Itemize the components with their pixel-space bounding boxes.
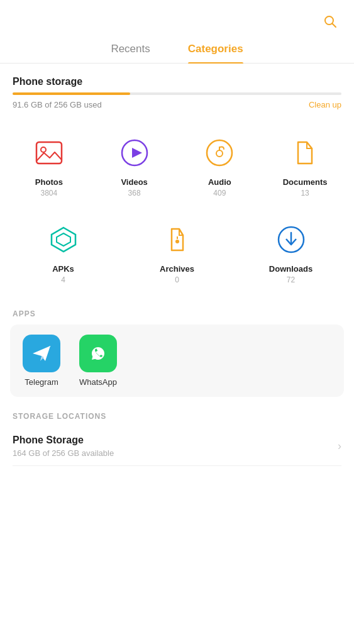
apps-section-label: APPS bbox=[0, 299, 354, 325]
storage-used-text: 91.6 GB of 256 GB used bbox=[13, 100, 102, 109]
tab-categories[interactable]: Categories bbox=[188, 43, 243, 63]
phone-storage-info: Phone Storage 164 GB of 256 GB available bbox=[13, 435, 114, 458]
storage-locations-section: STORAGE LOCATIONS Phone Storage 164 GB o… bbox=[0, 397, 354, 466]
app-whatsapp[interactable]: WhatsApp bbox=[79, 335, 117, 387]
storage-bar-fill bbox=[13, 92, 130, 95]
photos-count: 3804 bbox=[41, 189, 58, 197]
audio-icon bbox=[201, 135, 238, 171]
tab-bar: Recents Categories bbox=[0, 38, 354, 64]
documents-count: 13 bbox=[301, 189, 309, 197]
videos-label: Videos bbox=[121, 177, 147, 187]
svg-point-7 bbox=[216, 150, 223, 157]
category-archives[interactable]: Archives 0 bbox=[120, 213, 234, 293]
archives-count: 0 bbox=[175, 275, 179, 284]
storage-bar bbox=[13, 92, 341, 95]
whatsapp-label: WhatsApp bbox=[79, 377, 117, 387]
storage-info-row: 91.6 GB of 256 GB used Clean up bbox=[13, 100, 341, 109]
tab-recents[interactable]: Recents bbox=[111, 43, 150, 63]
svg-line-1 bbox=[333, 24, 336, 28]
phone-storage-item[interactable]: Phone Storage 164 GB of 256 GB available… bbox=[13, 427, 341, 466]
photos-icon bbox=[31, 135, 67, 171]
videos-count: 368 bbox=[128, 189, 141, 197]
apks-count: 4 bbox=[61, 275, 65, 284]
svg-point-6 bbox=[207, 140, 232, 165]
storage-locations-label: STORAGE LOCATIONS bbox=[13, 412, 341, 427]
search-button[interactable] bbox=[319, 10, 341, 33]
storage-title: Phone storage bbox=[13, 76, 341, 87]
downloads-icon bbox=[273, 221, 309, 258]
phone-storage-subtitle: 164 GB of 256 GB available bbox=[13, 448, 114, 458]
downloads-count: 72 bbox=[287, 275, 295, 284]
videos-icon bbox=[116, 135, 153, 171]
storage-section: Phone storage 91.6 GB of 256 GB used Cle… bbox=[0, 64, 354, 113]
documents-icon bbox=[287, 135, 323, 171]
downloads-label: Downloads bbox=[269, 264, 313, 274]
cleanup-button[interactable]: Clean up bbox=[309, 100, 341, 109]
categories-grid-row1: Photos 3804 Videos 368 Audio 409 bbox=[0, 113, 354, 213]
category-documents[interactable]: Documents 13 bbox=[262, 126, 348, 206]
apps-container: Telegram WhatsApp bbox=[10, 325, 344, 397]
svg-marker-8 bbox=[52, 228, 75, 252]
category-downloads[interactable]: Downloads 72 bbox=[234, 213, 348, 293]
category-videos[interactable]: Videos 368 bbox=[92, 126, 177, 206]
svg-point-3 bbox=[41, 147, 46, 152]
apks-label: APKs bbox=[52, 264, 74, 274]
telegram-icon bbox=[23, 335, 60, 372]
header bbox=[0, 0, 354, 38]
audio-count: 409 bbox=[213, 189, 226, 197]
photos-label: Photos bbox=[35, 177, 63, 187]
apks-icon bbox=[45, 221, 82, 258]
audio-label: Audio bbox=[208, 177, 231, 187]
documents-label: Documents bbox=[283, 177, 328, 187]
archives-icon bbox=[159, 221, 196, 258]
categories-grid-row2: APKs 4 Archives 0 Downloads 72 bbox=[0, 213, 354, 299]
chevron-right-icon: › bbox=[338, 440, 341, 453]
telegram-label: Telegram bbox=[25, 377, 58, 387]
category-audio[interactable]: Audio 409 bbox=[177, 126, 263, 206]
category-photos[interactable]: Photos 3804 bbox=[6, 126, 92, 206]
svg-point-10 bbox=[175, 240, 179, 243]
svg-marker-5 bbox=[132, 148, 142, 158]
app-telegram[interactable]: Telegram bbox=[23, 335, 60, 387]
whatsapp-icon bbox=[79, 335, 117, 372]
archives-label: Archives bbox=[160, 264, 194, 274]
phone-storage-title: Phone Storage bbox=[13, 435, 114, 446]
svg-rect-2 bbox=[36, 142, 62, 164]
category-apks[interactable]: APKs 4 bbox=[6, 213, 120, 293]
svg-marker-9 bbox=[57, 233, 70, 246]
